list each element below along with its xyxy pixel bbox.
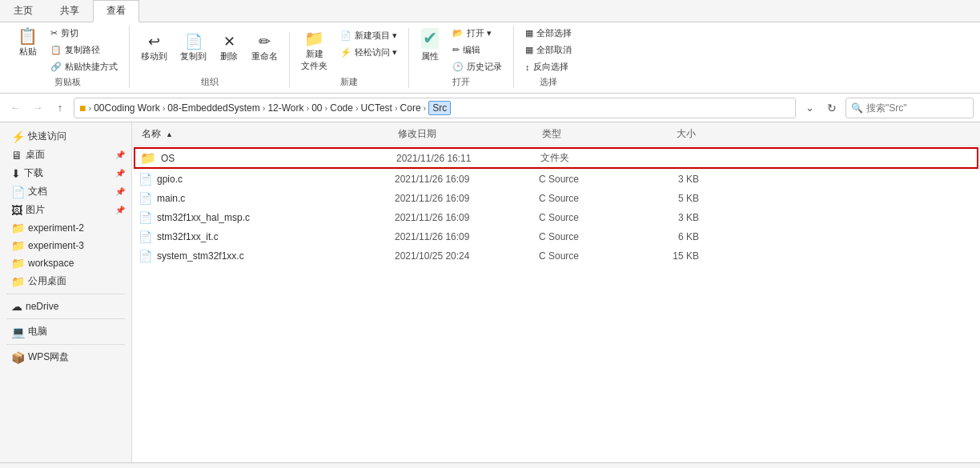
quick-access-icon: ⚡ <box>11 130 25 143</box>
file-list-header: 名称 ▲ 修改日期 类型 大小 <box>132 122 980 146</box>
sidebar-item-experiment2[interactable]: 📁 experiment-2 <box>0 219 131 237</box>
breadcrumb-item-4[interactable]: Code <box>330 102 353 114</box>
deselect-all-icon: ▦ <box>525 45 533 55</box>
breadcrumb-item-0[interactable]: 00Coding Work <box>94 102 160 114</box>
file-date-it: 2021/11/26 16:09 <box>395 231 539 242</box>
sidebar-item-onedrive[interactable]: ☁ neDrive <box>0 298 131 315</box>
sidebar-divider-1 <box>6 294 125 294</box>
delete-button[interactable]: ✕ 删除 <box>215 32 243 65</box>
file-size-it: 6 KB <box>635 231 699 242</box>
sidebar-item-experiment3[interactable]: 📁 experiment-3 <box>0 237 131 254</box>
search-input[interactable] <box>866 102 968 114</box>
file-icon-hal-msp: 📄 <box>139 211 152 224</box>
file-type-system: C Source <box>539 250 635 262</box>
breadcrumb-item-6[interactable]: Core <box>400 102 421 114</box>
paste-shortcut-button[interactable]: 🔗 粘贴快捷方式 <box>46 59 122 74</box>
search-icon: 🔍 <box>851 102 863 114</box>
breadcrumb-item-2[interactable]: 12-Work <box>267 102 303 114</box>
breadcrumb-item-3[interactable]: 00 <box>311 102 322 114</box>
file-row-system[interactable]: 📄 system_stm32f1xx.c 2021/10/25 20:24 C … <box>132 246 980 266</box>
ribbon-group-select: ▦ 全部选择 ▦ 全部取消 ↕ 反向选择 选择 <box>514 26 583 88</box>
copy-path-button[interactable]: 📋 复制路径 <box>46 42 122 58</box>
sidebar-item-public-desktop[interactable]: 📁 公用桌面 <box>0 272 131 290</box>
public-desktop-icon: 📁 <box>11 275 25 288</box>
file-icon-it: 📄 <box>139 230 152 243</box>
folder-icon-os: 📁 <box>140 150 156 166</box>
breadcrumb-item-1[interactable]: 08-EmbeddedSystem <box>167 102 259 114</box>
header-name[interactable]: 名称 ▲ <box>139 126 395 142</box>
ribbon-group-open: ✔ 属性 📂 打开 ▾ ✏ 编辑 🕑 历史记录 打开 <box>409 26 514 88</box>
file-type-gpio: C Source <box>539 174 635 185</box>
copy-path-icon: 📋 <box>50 45 62 55</box>
experiment2-icon: 📁 <box>11 222 25 234</box>
sidebar-item-pictures[interactable]: 🖼 图片 📌 <box>0 201 131 219</box>
breadcrumb-item-5[interactable]: UCTest <box>361 102 392 114</box>
back-button[interactable]: ← <box>6 99 24 117</box>
delete-icon: ✕ <box>223 34 235 49</box>
search-box[interactable]: 🔍 <box>845 98 974 118</box>
file-type-it: C Source <box>539 231 635 242</box>
up-button[interactable]: ↑ <box>51 99 69 117</box>
file-row-it[interactable]: 📄 stm32f1xx_it.c 2021/11/26 16:09 C Sour… <box>132 227 980 246</box>
header-type[interactable]: 类型 <box>539 126 635 142</box>
downloads-icon: ⬇ <box>11 167 21 180</box>
properties-button[interactable]: ✔ 属性 <box>416 26 444 65</box>
sidebar-item-desktop[interactable]: 🖥 桌面 📌 <box>0 146 131 164</box>
file-name-gpio: 📄 gpio.c <box>139 173 395 186</box>
clipboard-label: 剪贴板 <box>54 74 81 88</box>
rename-button[interactable]: ✏ 重命名 <box>247 32 283 65</box>
deselect-all-button[interactable]: ▦ 全部取消 <box>520 42 576 58</box>
open-items: ✔ 属性 📂 打开 ▾ ✏ 编辑 🕑 历史记录 <box>416 26 507 74</box>
breadcrumb-item-7[interactable]: Src <box>428 101 451 115</box>
tab-home[interactable]: 主页 <box>0 0 46 22</box>
sidebar-item-downloads[interactable]: ⬇ 下载 📌 <box>0 164 131 182</box>
new-folder-icon: 📁 <box>304 30 324 46</box>
sidebar-item-wps[interactable]: 📦 WPS网盘 <box>0 348 131 366</box>
dropdown-button[interactable]: ⌄ <box>801 99 818 117</box>
sidebar-item-quick-access[interactable]: ⚡ 快速访问 <box>0 127 131 146</box>
file-name-os: 📁 OS <box>140 150 396 166</box>
header-size[interactable]: 大小 <box>635 126 699 142</box>
file-type-main: C Source <box>539 193 635 204</box>
tab-share[interactable]: 共享 <box>46 0 93 22</box>
sidebar-item-documents[interactable]: 📄 文档 📌 <box>0 182 131 201</box>
ribbon-group-clipboard: 📋 粘贴 ✂ 剪切 📋 复制路径 🔗 粘贴快捷方式 剪贴板 <box>6 26 130 88</box>
easy-access-icon: ⚡ <box>340 47 351 58</box>
breadcrumb-bar[interactable]: ■ › 00Coding Work › 08-EmbeddedSystem › … <box>74 98 796 118</box>
edit-button[interactable]: ✏ 编辑 <box>448 42 507 58</box>
file-row-hal-msp[interactable]: 📄 stm32f1xx_hal_msp.c 2021/11/26 16:09 C… <box>132 208 980 227</box>
refresh-button[interactable]: ↻ <box>823 99 841 117</box>
easy-access-button[interactable]: ⚡ 轻松访问 ▾ <box>335 45 402 60</box>
file-name-hal-msp: 📄 stm32f1xx_hal_msp.c <box>139 211 395 224</box>
computer-icon: 💻 <box>11 326 25 338</box>
header-date[interactable]: 修改日期 <box>395 126 539 142</box>
new-folder-button[interactable]: 📁 新建 文件夹 <box>296 28 332 74</box>
move-icon: ↩ <box>148 34 160 49</box>
new-item-icon: 📄 <box>340 30 351 41</box>
history-button[interactable]: 🕑 历史记录 <box>448 59 507 74</box>
open-button[interactable]: 📂 打开 ▾ <box>448 26 507 41</box>
move-to-button[interactable]: ↩ 移动到 <box>136 32 172 65</box>
file-row-os[interactable]: 📁 OS 2021/11/26 16:11 文件夹 <box>134 147 978 169</box>
invert-selection-button[interactable]: ↕ 反向选择 <box>520 59 576 74</box>
sidebar-item-computer[interactable]: 💻 电脑 <box>0 322 131 341</box>
pin-icon-4: 📌 <box>115 206 125 214</box>
cut-button[interactable]: ✂ 剪切 <box>46 26 122 41</box>
status-bar: 6 个项目 CSDN @Baker_Streets <box>0 462 980 468</box>
toolbar-tabs: 主页 共享 查看 <box>0 0 980 22</box>
forward-button[interactable]: → <box>29 99 46 117</box>
new-label: 新建 <box>340 74 358 88</box>
copy-to-button[interactable]: 📄 复制到 <box>175 32 211 65</box>
pin-icon-3: 📌 <box>115 187 125 196</box>
sidebar-item-workspace[interactable]: 📁 workspace <box>0 254 131 272</box>
file-row-main[interactable]: 📄 main.c 2021/11/26 16:09 C Source 5 KB <box>132 189 980 208</box>
file-row-gpio[interactable]: 📄 gpio.c 2021/11/26 16:09 C Source 3 KB <box>132 170 980 189</box>
select-label: 选择 <box>540 74 557 88</box>
file-date-hal-msp: 2021/11/26 16:09 <box>395 212 539 223</box>
pictures-icon: 🖼 <box>11 204 22 217</box>
new-item-button[interactable]: 📄 新建项目 ▾ <box>335 28 402 43</box>
file-area: 名称 ▲ 修改日期 类型 大小 📁 OS 2021/11/26 16:11 文件… <box>132 122 980 462</box>
paste-button[interactable]: 📋 粘贴 <box>13 26 42 60</box>
select-all-button[interactable]: ▦ 全部选择 <box>520 26 576 41</box>
tab-view[interactable]: 查看 <box>93 0 139 22</box>
